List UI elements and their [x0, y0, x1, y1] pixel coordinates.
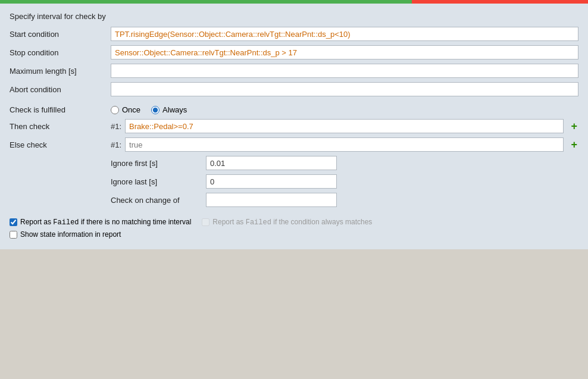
radio-always[interactable]: Always	[151, 105, 187, 114]
check-fulfilled-label: Check is fulfilled	[10, 105, 111, 114]
maximum-length-label: Maximum length [s]	[10, 67, 111, 76]
start-condition-input[interactable]	[111, 27, 578, 41]
abort-condition-label: Abort condition	[10, 85, 111, 94]
then-check-label: Then check	[10, 122, 111, 131]
else-check-input[interactable]	[125, 137, 564, 152]
bottom-area: Report as Failed if there is no matching…	[10, 213, 578, 239]
radio-once[interactable]: Once	[111, 105, 140, 114]
bottom-row-1: Report as Failed if there is no matching…	[10, 218, 578, 227]
main-panel: Specify interval for check by Start cond…	[0, 4, 588, 249]
radio-always-input[interactable]	[151, 106, 159, 114]
maximum-length-input[interactable]	[111, 64, 578, 78]
section-title: Specify interval for check by	[10, 12, 578, 21]
ignore-first-row: Ignore first [s]	[111, 156, 578, 170]
then-check-input[interactable]	[125, 119, 564, 133]
then-check-add-button[interactable]: +	[570, 121, 578, 131]
report-failed-always-matches-label: Report as Failed if the condition always…	[212, 218, 372, 227]
sub-form-area: Ignore first [s] Ignore last [s] Check o…	[111, 156, 578, 207]
then-check-number: #1:	[111, 122, 121, 131]
radio-group: Once Always	[111, 105, 187, 114]
start-condition-row: Start condition	[10, 27, 578, 41]
check-on-change-input[interactable]	[206, 193, 337, 207]
report-failed-no-match-option[interactable]: Report as Failed if there is no matching…	[10, 218, 191, 227]
report-failed-always-matches-checkbox[interactable]	[202, 218, 209, 226]
bottom-row-2: Show state information in report	[10, 230, 578, 239]
check-on-change-row: Check on change of	[111, 193, 578, 207]
else-check-number: #1:	[111, 140, 121, 149]
report-failed-no-match-checkbox[interactable]	[10, 218, 17, 226]
else-check-input-wrap: #1: +	[111, 137, 578, 152]
ignore-last-label: Ignore last [s]	[111, 177, 206, 186]
maximum-length-row: Maximum length [s]	[10, 64, 578, 78]
check-on-change-label: Check on change of	[111, 196, 206, 205]
check-fulfilled-row: Check is fulfilled Once Always	[10, 105, 578, 114]
radio-once-label: Once	[122, 105, 140, 114]
then-check-input-wrap: #1: +	[111, 119, 578, 133]
else-check-row: Else check #1: +	[10, 137, 578, 152]
abort-condition-input[interactable]	[111, 82, 578, 96]
start-condition-label: Start condition	[10, 30, 111, 39]
show-state-info-option[interactable]: Show state information in report	[10, 230, 121, 239]
report-failed-always-matches-option[interactable]: Report as Failed if the condition always…	[202, 218, 372, 227]
abort-condition-row: Abort condition	[10, 82, 578, 96]
ignore-first-input[interactable]	[206, 156, 337, 170]
stop-condition-row: Stop condition	[10, 45, 578, 59]
ignore-last-row: Ignore last [s]	[111, 174, 578, 189]
else-check-label: Else check	[10, 140, 111, 149]
report-failed-no-match-label: Report as Failed if there is no matching…	[20, 218, 191, 227]
radio-always-label: Always	[162, 105, 187, 114]
else-check-add-button[interactable]: +	[570, 139, 578, 150]
stop-condition-label: Stop condition	[10, 48, 111, 57]
stop-condition-input[interactable]	[111, 45, 578, 59]
ignore-last-input[interactable]	[206, 174, 337, 189]
then-check-row: Then check #1: +	[10, 119, 578, 133]
radio-once-input[interactable]	[111, 106, 119, 114]
show-state-info-label: Show state information in report	[20, 230, 121, 239]
show-state-info-checkbox[interactable]	[10, 231, 17, 239]
ignore-first-label: Ignore first [s]	[111, 159, 206, 168]
